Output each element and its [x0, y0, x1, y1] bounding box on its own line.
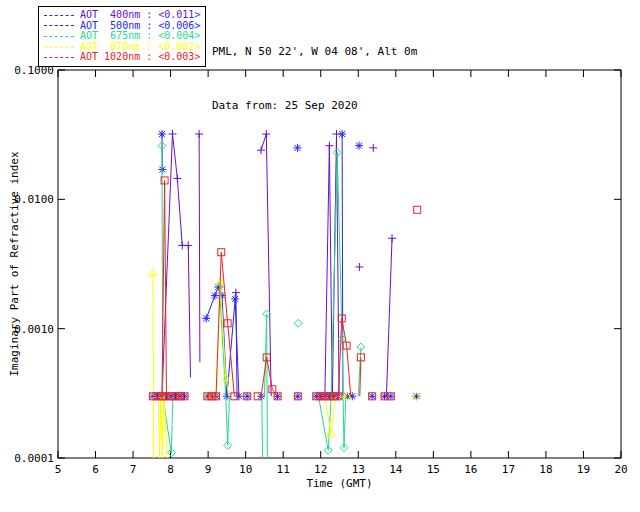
plus-marker: [173, 174, 181, 182]
aot-refractive-index-chart: 5678910111213141516171819200.10000.01000…: [0, 0, 640, 512]
x-tick-label: 10: [239, 463, 252, 476]
legend-label: AOT 1020nm : <0.003>: [80, 52, 200, 63]
series-line: [158, 396, 167, 458]
series-line: [261, 134, 271, 396]
series-line: [318, 153, 345, 451]
series-line: [207, 252, 234, 396]
data-date: Data from: 25 Sep 2020: [212, 97, 417, 115]
x-tick-label: 6: [92, 463, 99, 476]
x-tick-label: 13: [352, 463, 365, 476]
x-tick-label: 17: [502, 463, 515, 476]
station-location: PML, N 50 22', W 04 08', Alt 0m: [212, 43, 417, 61]
x-axis-label: Time (GMT): [58, 477, 621, 490]
legend: AOT 400nm : <0.011>AOT 500nm : <0.006>AO…: [38, 6, 206, 67]
asterisk-marker: [235, 392, 243, 400]
series-line: [264, 314, 267, 458]
x-tick-label: 9: [205, 463, 212, 476]
x-tick-label: 11: [277, 463, 290, 476]
legend-item: AOT 400nm : <0.011>: [44, 10, 200, 21]
x-tick-label: 12: [314, 463, 327, 476]
legend-dash-sample: [44, 25, 74, 26]
asterisk-marker: [368, 392, 376, 400]
x-tick-label: 7: [130, 463, 137, 476]
series-aot-500nm: [149, 130, 420, 400]
series-line: [219, 287, 229, 445]
y-axis-label: Imaginary Part of Refractive index: [8, 151, 21, 376]
plus-marker: [232, 289, 240, 297]
x-tick-label: 15: [427, 463, 440, 476]
station-info: PML, N 50 22', W 04 08', Alt 0m Data fro…: [212, 7, 417, 151]
square-marker: [414, 206, 421, 213]
legend-dash-sample: [44, 15, 74, 16]
x-tick-label: 18: [539, 463, 552, 476]
plus-marker: [388, 234, 396, 242]
series-aot-870nm: [149, 269, 420, 458]
series-line: [386, 238, 392, 396]
x-tick-label: 16: [464, 463, 477, 476]
legend-dash-sample: [44, 36, 74, 37]
y-tick-label: 0.0001: [14, 452, 54, 465]
plus-marker: [184, 241, 192, 249]
legend-label: AOT 400nm : <0.011>: [80, 10, 200, 21]
diamond-marker: [294, 319, 302, 327]
plus-marker: [195, 130, 203, 138]
series-aot-400nm: [162, 130, 396, 396]
asterisk-marker: [202, 314, 210, 322]
series-line: [199, 134, 200, 362]
series-line: [262, 396, 263, 458]
legend-dash-sample: [44, 57, 74, 58]
asterisk-marker: [294, 392, 302, 400]
plus-marker: [168, 130, 176, 138]
asterisk-marker: [158, 130, 166, 138]
x-tick-label: 19: [577, 463, 590, 476]
legend-dash-sample: [44, 47, 74, 48]
legend-item: AOT 1020nm : <0.003>: [44, 52, 200, 63]
asterisk-marker: [231, 295, 239, 303]
x-tick-label: 5: [55, 463, 62, 476]
asterisk-marker: [243, 392, 251, 400]
series-line: [153, 273, 154, 458]
x-tick-label: 8: [167, 463, 174, 476]
x-tick-label: 14: [389, 463, 403, 476]
x-tick-label: 20: [614, 463, 627, 476]
plus-marker: [355, 263, 363, 271]
asterisk-marker: [211, 292, 219, 300]
